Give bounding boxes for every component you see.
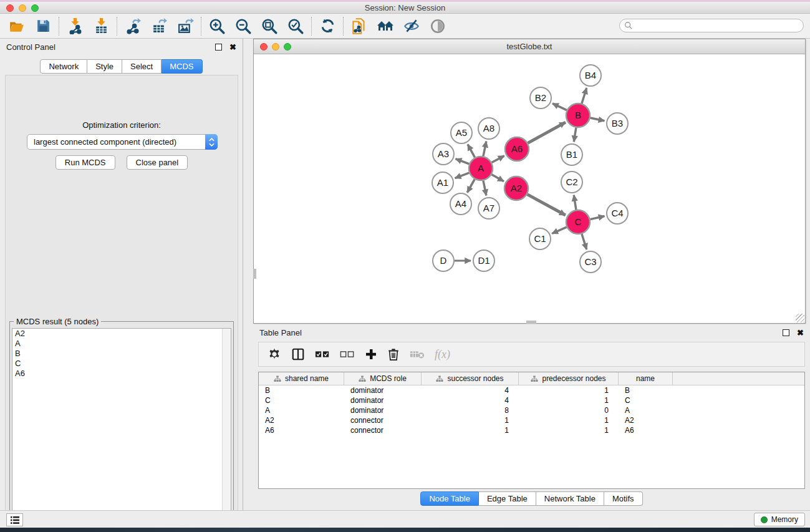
table-cell[interactable]: C — [619, 395, 673, 405]
graph-edge-C-C4[interactable] — [591, 216, 605, 220]
import-table-icon[interactable] — [92, 17, 110, 36]
table-cell[interactable]: B — [619, 385, 673, 395]
column-header-predecessor-nodes[interactable]: predecessor nodes — [519, 372, 619, 385]
mcds-result-item[interactable]: A — [12, 339, 231, 349]
zoom-out-icon[interactable] — [234, 17, 253, 36]
task-history-button[interactable] — [6, 513, 23, 526]
table-cell[interactable]: B — [259, 385, 344, 395]
tab-edge-table[interactable]: Edge Table — [479, 491, 536, 506]
tab-network[interactable]: Network — [40, 59, 87, 74]
hide-annotations-icon[interactable] — [402, 17, 421, 36]
graph-edge-B-B4[interactable] — [582, 88, 587, 104]
refresh-icon[interactable] — [318, 17, 337, 36]
tab-select[interactable]: Select — [122, 59, 162, 74]
create-column-icon[interactable] — [365, 348, 377, 360]
result-list-scrollbar[interactable] — [222, 329, 231, 530]
graph-edge-B-B1[interactable] — [574, 128, 576, 142]
graph-edge-A-A8[interactable] — [483, 142, 486, 157]
graph-edge-B-B3[interactable] — [591, 118, 605, 121]
save-icon[interactable] — [34, 17, 52, 36]
column-header-successor-nodes[interactable]: successor nodes — [422, 372, 519, 385]
table-cell[interactable]: A2 — [619, 415, 673, 425]
network-document-icon[interactable] — [350, 17, 369, 36]
open-folder-icon[interactable] — [7, 17, 26, 36]
memory-button[interactable]: Memory — [754, 513, 805, 526]
horizontal-scroll-nub[interactable] — [526, 321, 536, 324]
table-cell[interactable]: 4 — [422, 385, 519, 395]
table-cell[interactable]: 0 — [519, 405, 619, 415]
table-cell[interactable]: 1 — [422, 425, 519, 435]
mcds-result-item[interactable]: B — [12, 349, 231, 359]
graph-edge-A-A7[interactable] — [483, 181, 486, 196]
graph-edge-C-C3[interactable] — [582, 234, 587, 249]
table-cell[interactable]: dominator — [344, 395, 422, 405]
table-cell[interactable]: 1 — [519, 395, 619, 405]
zoom-fit-icon[interactable] — [260, 17, 279, 36]
network-minimize-button[interactable] — [272, 43, 279, 51]
tab-style[interactable]: Style — [87, 59, 122, 74]
graph-edge-C-C1[interactable] — [552, 227, 567, 233]
graph-edge-A6-B[interactable] — [528, 122, 566, 143]
table-cell[interactable]: 1 — [519, 415, 619, 425]
graphics-details-eye-icon[interactable] — [428, 17, 447, 36]
export-image-icon[interactable] — [176, 17, 195, 36]
table-row[interactable]: A6connector11A6 — [259, 425, 804, 435]
column-header-shared-name[interactable]: shared name — [259, 372, 344, 385]
function-builder-icon[interactable]: f(x) — [435, 348, 450, 361]
unselect-all-columns-icon[interactable] — [340, 350, 355, 359]
column-header-name[interactable]: name — [619, 372, 673, 385]
export-network-icon[interactable] — [123, 17, 142, 36]
table-row[interactable]: Bdominator41B — [259, 385, 804, 395]
column-header-MCDS-role[interactable]: MCDS role — [344, 372, 422, 385]
table-row[interactable]: Cdominator41C — [259, 395, 804, 405]
network-canvas[interactable]: AA1A3A5A8A6A2A4A7BB2B4B3B1C2CC4C1C3DD1 — [254, 54, 805, 323]
table-cell[interactable]: A6 — [619, 425, 673, 435]
export-table-icon[interactable] — [150, 17, 168, 36]
close-window-button[interactable] — [6, 4, 14, 12]
graph-edge-A2-C[interactable] — [528, 195, 566, 215]
table-cell[interactable]: 4 — [422, 395, 519, 405]
mcds-result-item[interactable]: A6 — [12, 369, 231, 379]
table-cell[interactable]: dominator — [344, 385, 422, 395]
table-cell[interactable]: C — [259, 395, 344, 405]
tab-mcds[interactable]: MCDS — [162, 59, 202, 74]
network-close-button[interactable] — [260, 43, 268, 51]
float-table-panel-icon[interactable] — [783, 329, 789, 336]
minimize-window-button[interactable] — [19, 4, 26, 12]
table-cell[interactable]: A — [259, 405, 344, 415]
table-cell[interactable]: connector — [344, 425, 422, 435]
table-settings-gear-icon[interactable] — [268, 347, 281, 361]
delete-columns-icon[interactable] — [387, 347, 400, 361]
tab-motifs[interactable]: Motifs — [604, 491, 643, 506]
close-panel-icon[interactable]: ✖ — [229, 44, 236, 51]
table-cell[interactable]: 1 — [422, 415, 519, 425]
table-cell[interactable]: 8 — [422, 405, 519, 415]
graph-edge-A-A3[interactable] — [456, 159, 470, 164]
zoom-in-icon[interactable] — [208, 17, 226, 36]
graph-edge-A-A4[interactable] — [467, 179, 475, 192]
tab-node-table[interactable]: Node Table — [420, 491, 479, 506]
table-cell[interactable]: connector — [344, 415, 422, 425]
graph-edge-A-A2[interactable] — [491, 175, 504, 181]
mcds-result-item[interactable]: A2 — [12, 329, 231, 339]
search-input[interactable] — [633, 20, 803, 31]
delete-table-icon[interactable] — [410, 349, 425, 359]
graph-edge-A-A5[interactable] — [468, 144, 475, 157]
mcds-result-item[interactable]: C — [12, 359, 231, 369]
float-panel-icon[interactable] — [215, 44, 222, 51]
tab-network-table[interactable]: Network Table — [536, 491, 604, 506]
table-cell[interactable]: A — [619, 405, 673, 415]
close-table-panel-icon[interactable]: ✖ — [797, 329, 804, 336]
zoom-selected-icon[interactable] — [286, 17, 305, 36]
graph-edge-C-C2[interactable] — [574, 195, 576, 210]
maximize-window-button[interactable] — [31, 4, 39, 12]
close-panel-button[interactable]: Close panel — [127, 155, 188, 170]
graph-edge-B-B2[interactable] — [552, 104, 567, 110]
network-maximize-button[interactable] — [284, 43, 291, 51]
table-cell[interactable]: 1 — [519, 425, 619, 435]
table-row[interactable]: A2connector11A2 — [259, 415, 804, 425]
show-columns-icon[interactable] — [291, 347, 305, 361]
table-cell[interactable]: A6 — [259, 425, 344, 435]
table-cell[interactable]: dominator — [344, 405, 422, 415]
vertical-scroll-nub[interactable] — [253, 269, 256, 279]
